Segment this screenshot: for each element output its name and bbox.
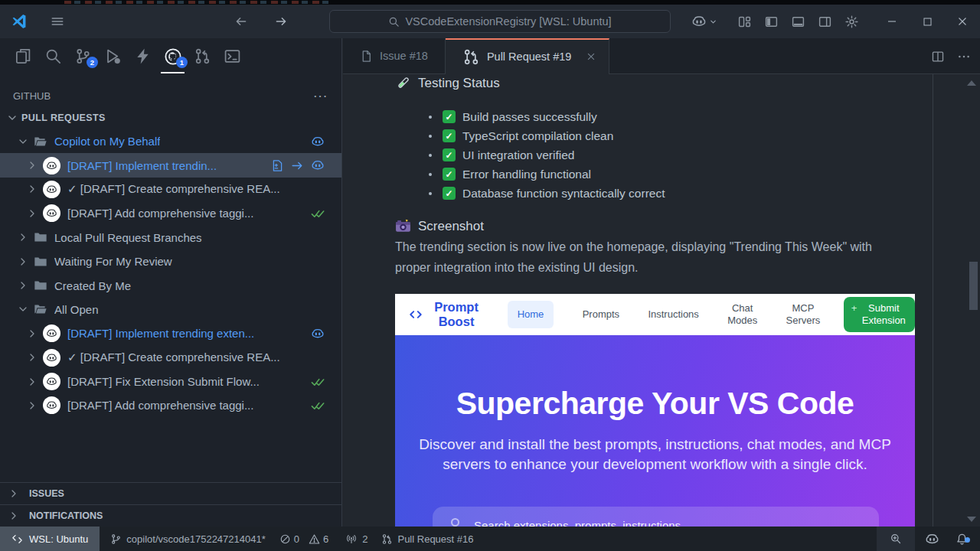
copilot-menu-button[interactable]: [691, 14, 717, 29]
window-minimize-button[interactable]: [874, 5, 910, 38]
checklist-label: Build passes successfully: [462, 110, 597, 124]
status-bar: WSL: Ubuntu copilot/vscode1752247214041*…: [0, 527, 980, 551]
tree-item-label: Local Pull Request Branches: [54, 231, 202, 244]
diff-file-icon: [271, 159, 284, 172]
toggle-primary-sidebar-icon[interactable]: [764, 15, 779, 29]
checklist-label: UI integration verified: [462, 148, 574, 162]
chevron-right-icon: [26, 376, 38, 388]
tree-row[interactable]: Waiting For My Review: [0, 249, 341, 273]
settings-gear-icon[interactable]: [844, 15, 859, 29]
more-actions-icon[interactable]: ···: [314, 90, 328, 102]
site-search-bar[interactable]: Search extensions, prompts, instructions…: [433, 507, 879, 527]
vscode-logo-icon: [11, 13, 28, 30]
section-pull-requests[interactable]: PULL REQUESTS: [0, 106, 341, 129]
tree-row[interactable]: [DRAFT] Add comprehensive taggi...: [0, 201, 341, 225]
chevron-down-icon: [709, 18, 717, 26]
scrollbar-thumb[interactable]: [969, 262, 978, 310]
copilot-status-icon[interactable]: [915, 532, 949, 546]
site-hero: Supercharge Your VS Code Discover and in…: [395, 335, 915, 527]
remote-icon: [11, 533, 23, 545]
window-maximize-button[interactable]: [910, 5, 945, 38]
tree-row[interactable]: [DRAFT] Fix Extension Submit Flow...: [0, 370, 341, 393]
folder-icon: [34, 230, 47, 244]
copilot-avatar: [43, 324, 60, 342]
section-issues[interactable]: ISSUES: [0, 482, 341, 504]
tree-row[interactable]: [DRAFT] Add comprehensive taggi...: [0, 393, 341, 417]
pull-requests-tree: Copilot on My Behalf[DRAFT] Implement tr…: [0, 129, 341, 418]
checklist-label: Error handling functional: [462, 168, 591, 181]
zoom-indicator[interactable]: [877, 527, 915, 551]
remote-indicator[interactable]: WSL: Ubuntu: [0, 527, 100, 551]
tree-row[interactable]: Local Pull Request Branches: [0, 226, 341, 249]
editor-tab[interactable]: Issue #18: [343, 38, 446, 73]
site-nav-home[interactable]: Home: [508, 301, 554, 328]
tree-row[interactable]: ✓ [DRAFT] Create comprehensive REA...: [0, 346, 341, 370]
test-tube-icon: [395, 75, 411, 91]
activity-item-github[interactable]: 1: [158, 38, 188, 74]
tab-label: Pull Request #19: [487, 51, 571, 63]
tree-row[interactable]: [DRAFT] Implement trendin...: [0, 153, 341, 177]
code-brackets-icon: [409, 308, 423, 321]
sidebar-bottom-sections: ISSUESNOTIFICATIONS: [0, 482, 341, 527]
site-navbar: PromptBoost HomePromptsInstructionsChatM…: [395, 294, 915, 335]
tree-row[interactable]: [DRAFT] Implement trending exten...: [0, 321, 341, 345]
copilot-icon: [311, 135, 325, 148]
tab-close-icon[interactable]: [586, 51, 596, 62]
activity-item-debug[interactable]: [98, 38, 128, 74]
chevron-right-icon: [26, 328, 38, 340]
pull-request-indicator[interactable]: Pull Request #16: [381, 533, 473, 545]
tree-row[interactable]: ✓ [DRAFT] Create comprehensive REA...: [0, 178, 341, 201]
menu-hamburger-icon[interactable]: [46, 10, 69, 33]
command-center-search[interactable]: VSCodeExtensionRegistry [WSL: Ubuntu]: [329, 10, 671, 33]
checklist-label: Database function syntactically correct: [462, 187, 665, 201]
split-editor-icon[interactable]: [931, 50, 945, 64]
activity-item-terminal[interactable]: [217, 38, 247, 74]
background-text-artifact: [64, 1, 328, 4]
window-close-button[interactable]: [945, 5, 980, 38]
customize-layout-icon[interactable]: [737, 15, 752, 29]
problems-indicator[interactable]: 0 6: [279, 533, 335, 545]
copilot-icon: [311, 327, 325, 341]
tree-item-label: [DRAFT] Add comprehensive taggi...: [67, 399, 253, 412]
activity-item-search[interactable]: [38, 38, 68, 74]
sidebar: 21 GITHUB ··· PULL REQUESTS Copilot on M…: [0, 38, 342, 527]
copilot-avatar: [43, 181, 60, 198]
tree-row[interactable]: All Open: [0, 298, 341, 321]
toggle-secondary-sidebar-icon[interactable]: [818, 15, 832, 29]
chevron-right-icon: [26, 183, 38, 195]
tree-row[interactable]: Copilot on My Behalf: [0, 129, 341, 153]
site-nav-mcp-servers[interactable]: MCPServers: [786, 302, 821, 327]
submit-extension-button[interactable]: + Submit Extension: [844, 297, 915, 332]
notifications-bell-icon[interactable]: [949, 533, 980, 546]
activity-item-source-control[interactable]: 2: [68, 38, 98, 74]
tree-item-label: Copilot on My Behalf: [54, 135, 160, 148]
site-nav-instructions[interactable]: Instructions: [648, 308, 698, 321]
bullet-dot: [429, 154, 432, 157]
activity-item-flash[interactable]: [128, 38, 158, 74]
editor-tab-bar: Issue #18Pull Request #19: [343, 38, 980, 74]
checked-checkbox-icon: ✓: [443, 129, 456, 142]
navigate-forward-icon[interactable]: [270, 10, 292, 33]
scrollbar-down-arrow[interactable]: [967, 517, 976, 522]
activity-item-files[interactable]: [8, 38, 38, 74]
checklist-item: ✓Database function syntactically correct: [429, 184, 665, 203]
editor-tab[interactable]: Pull Request #19: [446, 38, 609, 73]
section-notifications[interactable]: NOTIFICATIONS: [0, 504, 341, 527]
broadcast-indicator[interactable]: 2: [345, 533, 368, 545]
testing-checklist: ✓Build passes successfully✓TypeScript co…: [429, 107, 665, 203]
toggle-panel-icon[interactable]: [791, 15, 805, 29]
tree-item-label: [DRAFT] Fix Extension Submit Flow...: [67, 375, 260, 388]
checklist-item: ✓TypeScript compilation clean: [429, 126, 665, 145]
git-branch-indicator[interactable]: copilot/vscode1752247214041*: [110, 533, 265, 545]
site-search-placeholder: Search extensions, prompts, instructions…: [474, 519, 691, 527]
navigate-back-icon[interactable]: [230, 10, 253, 33]
activity-item-git-pr[interactable]: [188, 38, 217, 74]
site-nav-chat-modes[interactable]: ChatModes: [727, 302, 757, 327]
checked-checkbox-icon: ✓: [443, 110, 456, 123]
checklist-label: TypeScript compilation clean: [462, 129, 613, 143]
editor-more-actions-icon[interactable]: [957, 50, 971, 64]
checked-checkbox-icon: ✓: [443, 148, 456, 161]
tree-row[interactable]: Created By Me: [0, 273, 341, 297]
site-nav-prompts[interactable]: Prompts: [583, 308, 619, 321]
scrollbar-up-arrow[interactable]: [967, 80, 976, 86]
